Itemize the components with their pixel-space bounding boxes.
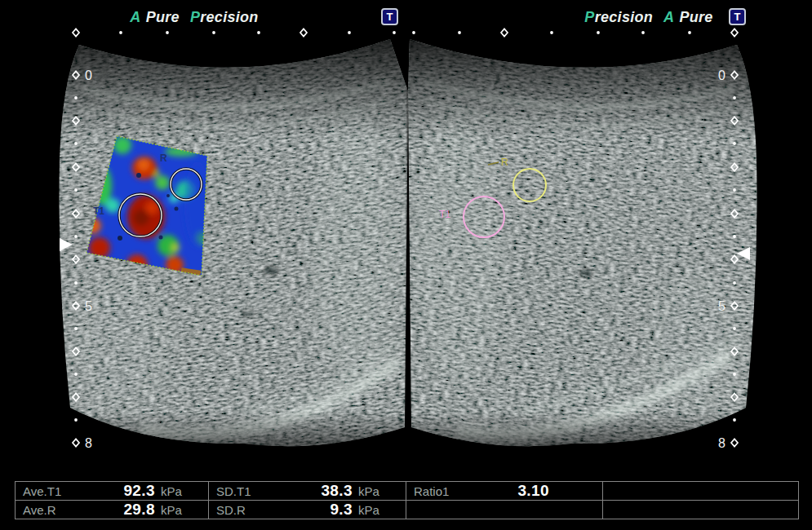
result-unit: kPa: [353, 503, 399, 517]
result-sd-t1: SD.T1 38.3 kPa: [209, 482, 406, 501]
brand-a-left: A: [130, 9, 140, 25]
brand-recision-left: recision: [200, 9, 258, 25]
probe-icon-letter: T: [734, 11, 741, 23]
result-ratio1: Ratio1 3.10: [406, 482, 603, 501]
result-label: Ave.T1: [23, 484, 61, 498]
probe-orientation-icon-left: T: [381, 8, 398, 25]
result-value: 9.3: [246, 501, 353, 519]
roi-label-t1-left: T1: [93, 205, 104, 217]
result-value: 38.3: [251, 482, 353, 500]
result-value: 92.3: [61, 482, 155, 500]
brand-a-right: A: [663, 9, 674, 25]
right-lateral-scale: [412, 29, 738, 36]
roi-label-t1-right: T1: [439, 209, 450, 220]
brand-p-right: P: [584, 9, 594, 25]
brand-pure-right: Pure: [679, 9, 712, 25]
result-label: Ave.R: [23, 503, 56, 517]
result-ave-r: Ave.R 29.8 kPa: [16, 501, 209, 519]
brand-p-left: P: [190, 9, 200, 25]
result-unit: kPa: [155, 484, 202, 498]
result-label: SD.T1: [216, 484, 251, 498]
result-value: 3.10: [449, 482, 549, 500]
result-value: 29.8: [56, 501, 155, 519]
roi-label-r-right: R: [501, 157, 508, 168]
header-left-branding: APurePrecision: [96, 9, 292, 26]
brand-recision-right: recision: [595, 9, 653, 25]
depth-label-5-right: 5: [718, 299, 725, 313]
result-empty-cell: [406, 501, 603, 519]
probe-orientation-icon-right: T: [729, 8, 746, 25]
depth-label-8-left: 8: [85, 436, 92, 450]
result-ave-t1: Ave.T1 92.3 kPa: [16, 482, 209, 501]
depth-label-8-right: 8: [718, 436, 725, 450]
depth-label-0-left: 0: [85, 68, 92, 82]
result-label: Ratio1: [414, 484, 449, 498]
result-empty-cell: [603, 482, 799, 501]
result-sd-r: SD.R 9.3 kPa: [209, 501, 406, 519]
depth-label-5-left: 5: [85, 299, 92, 313]
depth-label-0-right: 0: [718, 68, 725, 82]
result-unit: kPa: [155, 503, 202, 517]
result-unit: kPa: [353, 484, 399, 498]
left-lateral-scale: [73, 29, 396, 36]
result-label: SD.R: [216, 503, 246, 517]
ultrasound-dual-image: R T1 R T1 0 5 8: [0, 0, 812, 530]
results-table: Ave.T1 92.3 kPa SD.T1 38.3 kPa Ratio1 3.…: [15, 481, 799, 519]
probe-icon-letter: T: [387, 11, 393, 23]
result-empty-cell: [603, 501, 799, 519]
header-right-branding: PrecisionAPure: [571, 9, 726, 26]
roi-label-r-left: R: [160, 152, 167, 164]
brand-pure-left: Pure: [146, 9, 180, 25]
